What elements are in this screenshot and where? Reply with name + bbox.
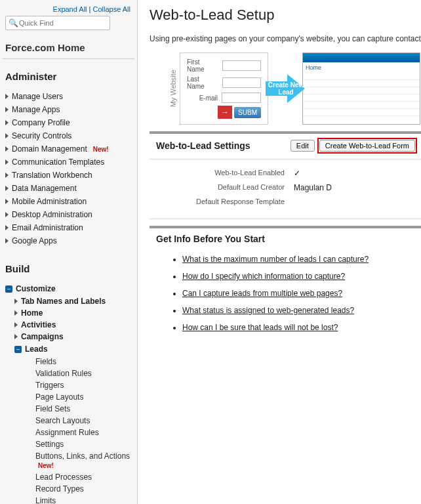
page-title: Web-to-Lead Setup: [150, 7, 421, 24]
list-item-label[interactable]: Triggers: [35, 381, 64, 390]
leads-label[interactable]: Leads: [25, 345, 48, 354]
sidebar-item-label[interactable]: Mobile Administration: [12, 197, 87, 206]
info-link[interactable]: Can I capture leads from multiple web pa…: [182, 289, 342, 298]
edit-button[interactable]: Edit: [291, 140, 315, 152]
sidebar-item[interactable]: Translation Workbench: [4, 169, 134, 182]
sidebar-item[interactable]: Communication Templates: [4, 156, 134, 169]
new-badge: New!: [93, 146, 109, 153]
sidebar-item-label[interactable]: Activities: [21, 320, 56, 329]
sidebar-item-label[interactable]: Communication Templates: [12, 158, 104, 167]
sidebar-item-label[interactable]: Email Administration: [12, 223, 83, 232]
list-item[interactable]: Limits: [35, 495, 134, 504]
sidebar-item-label[interactable]: Campaigns: [21, 332, 64, 341]
sidebar-item-label[interactable]: Domain Management: [12, 144, 87, 154]
list-item-label[interactable]: Search Layouts: [35, 416, 90, 425]
create-web-to-lead-form-button[interactable]: Create Web-to-Lead Form: [319, 140, 415, 152]
sidebar-item[interactable]: Activities: [14, 319, 134, 331]
info-link-item: What status is assigned to web-generated…: [182, 302, 414, 319]
list-item-label[interactable]: Limits: [35, 496, 56, 504]
list-item-label[interactable]: Page Layouts: [35, 392, 83, 402]
new-badge: New!: [38, 462, 54, 469]
chevron-right-icon: [5, 173, 9, 178]
list-item-label[interactable]: Record Types: [35, 484, 84, 494]
sidebar-item[interactable]: Company Profile: [4, 116, 134, 129]
chevron-right-icon: [5, 238, 9, 243]
sidebar-item[interactable]: Security Controls: [4, 129, 134, 142]
sidebar-item-label[interactable]: Desktop Administration: [12, 210, 92, 219]
chevron-right-icon: [14, 334, 18, 339]
sidebar-item[interactable]: Google Apps: [4, 234, 134, 247]
sidebar-item[interactable]: Campaigns: [14, 331, 134, 343]
sidebar-item[interactable]: Data Management: [4, 182, 134, 195]
quick-find-input[interactable]: [5, 16, 110, 30]
chevron-right-icon: [5, 107, 9, 112]
expand-collapse-row: Expand All | Collapse All: [3, 4, 134, 16]
my-website-label: My Website: [169, 70, 177, 107]
submit-button: SUBM: [234, 107, 261, 118]
last-name-label: Last Name: [187, 75, 218, 90]
sidebar-item[interactable]: Manage Apps: [4, 103, 134, 116]
sidebar-item[interactable]: Tab Names and Labels: [14, 295, 134, 307]
sidebar-item-label[interactable]: Translation Workbench: [12, 171, 92, 180]
list-item[interactable]: Search Layouts: [35, 415, 134, 427]
sidebar-item-label[interactable]: Tab Names and Labels: [21, 297, 106, 306]
collapse-icon[interactable]: [14, 346, 22, 353]
chevron-right-icon: [5, 146, 9, 152]
list-item[interactable]: Settings: [35, 438, 134, 450]
list-item[interactable]: Record Types: [35, 483, 134, 495]
list-item[interactable]: Triggers: [35, 379, 134, 391]
sidebar-item[interactable]: Email Administration: [4, 221, 134, 234]
info-link-item: How do I specify which information to ca…: [182, 268, 414, 285]
forcecom-home-heading[interactable]: Force.com Home: [3, 30, 134, 59]
sidebar-item-label[interactable]: Company Profile: [12, 118, 70, 127]
chevron-right-icon: [5, 94, 9, 99]
expand-all-link[interactable]: Expand All: [53, 5, 87, 13]
chevron-right-icon: [14, 322, 18, 327]
customize-node[interactable]: Customize: [4, 282, 134, 295]
sf-rows: [303, 73, 420, 116]
sidebar-item[interactable]: Home: [14, 307, 134, 319]
chevron-right-icon: [14, 299, 18, 304]
first-name-input: [222, 60, 261, 71]
sidebar-item[interactable]: Desktop Administration: [4, 208, 134, 221]
sidebar-item-label[interactable]: Google Apps: [12, 236, 57, 245]
list-item[interactable]: Lead Processes: [35, 471, 134, 483]
list-item-label[interactable]: Settings: [35, 440, 64, 449]
list-item-label[interactable]: Fields: [35, 357, 56, 366]
list-item[interactable]: Fields: [35, 356, 134, 368]
administer-list: Manage UsersManage AppsCompany ProfileSe…: [3, 87, 134, 251]
customize-label[interactable]: Customize: [16, 284, 56, 293]
chevron-right-icon: [5, 225, 9, 230]
info-link[interactable]: What is the maximum number of leads I ca…: [182, 255, 369, 264]
list-item[interactable]: Page Layouts: [35, 391, 134, 403]
sidebar-item[interactable]: Manage Users: [4, 90, 134, 103]
leads-node[interactable]: Leads: [4, 343, 134, 356]
list-item-label[interactable]: Lead Processes: [35, 472, 92, 482]
collapse-icon[interactable]: [5, 285, 12, 293]
sidebar-item[interactable]: Mobile Administration: [4, 195, 134, 208]
list-item-label[interactable]: Buttons, Links, and Actions: [35, 452, 130, 461]
list-item[interactable]: Assignment Rules: [35, 427, 134, 438]
illustration: My Website First Name Last Name E-mail S…: [169, 52, 421, 125]
sidebar-item-label[interactable]: Manage Apps: [12, 105, 60, 114]
sidebar-item[interactable]: Domain ManagementNew!: [4, 142, 134, 156]
list-item[interactable]: Buttons, Links, and Actions New!: [35, 450, 134, 471]
list-item-label[interactable]: Field Sets: [35, 404, 70, 413]
sidebar-item-label[interactable]: Data Management: [12, 184, 77, 193]
info-link[interactable]: How do I specify which information to ca…: [182, 272, 345, 281]
sidebar-item-label[interactable]: Manage Users: [12, 92, 63, 101]
list-item-label[interactable]: Validation Rules: [35, 369, 92, 378]
get-info-heading: Get Info Before You Start: [156, 234, 414, 244]
list-item-label[interactable]: Assignment Rules: [35, 428, 99, 437]
intro-text: Using pre-existing pages on your company…: [150, 33, 421, 45]
chevron-right-icon: [5, 186, 9, 191]
customize-children: Tab Names and LabelsHomeActivitiesCampai…: [4, 295, 134, 343]
sidebar-item-label[interactable]: Security Controls: [12, 131, 71, 140]
info-link[interactable]: How can I be sure that leads will not be…: [182, 323, 338, 332]
list-item[interactable]: Field Sets: [35, 403, 134, 415]
sf-header-bar: [303, 53, 420, 62]
info-link[interactable]: What status is assigned to web-generated…: [182, 306, 354, 315]
list-item[interactable]: Validation Rules: [35, 368, 134, 379]
sidebar-item-label[interactable]: Home: [21, 308, 43, 318]
collapse-all-link[interactable]: Collapse All: [93, 5, 130, 13]
